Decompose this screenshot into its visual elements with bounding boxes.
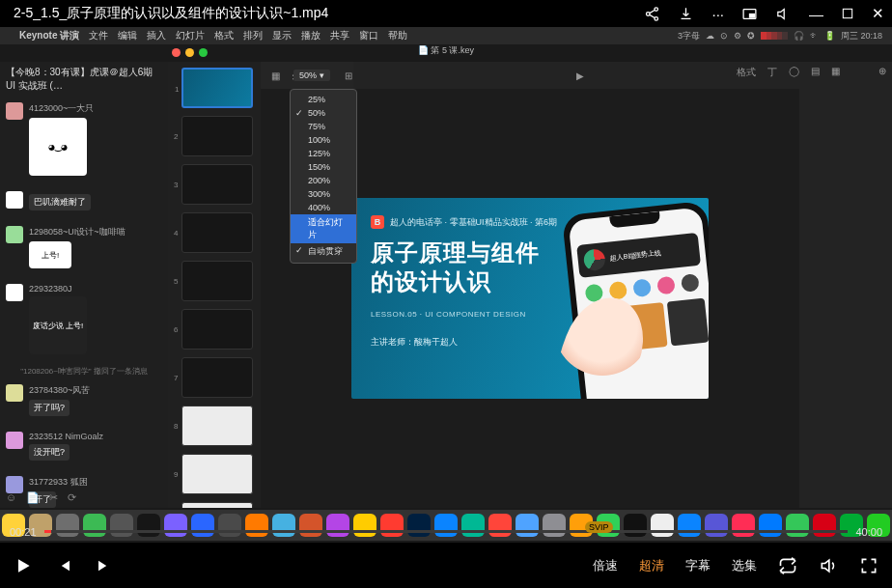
zoom-option[interactable]: 100% [291, 133, 356, 147]
video-frame: Keynote 讲演 文件 编辑 插入 幻灯片 格式 排列 显示 播放 共享 窗… [0, 27, 892, 543]
inspector-tabs-top: 格式 丁 ◯ ▤ ▦ ⊕ [737, 66, 886, 79]
scissors-icon[interactable]: ✂ [49, 491, 58, 504]
avatar [6, 226, 23, 243]
menu-arrange[interactable]: 排列 [243, 29, 263, 42]
menu-edit[interactable]: 编辑 [118, 29, 137, 42]
phone-banner: 超人B端强势上线 [576, 233, 701, 278]
svg-rect-4 [750, 14, 755, 17]
file-icon[interactable]: 📄 [26, 491, 40, 504]
close-icon[interactable]: ✕ [872, 5, 884, 22]
svg-rect-5 [843, 9, 851, 17]
slide-navigator[interactable]: 1 2 3 4 5 6 7 8 9 10 11 12 [168, 62, 261, 508]
chat-item: 巴叽滴难耐了 [0, 185, 168, 220]
slide-thumb[interactable]: 6 [181, 309, 253, 350]
tab-chart[interactable]: ▦ [831, 66, 840, 79]
chat-item: 22932380J 废话少说 上号! [0, 278, 168, 364]
zoom-auto-option[interactable]: 自动贯穿 [291, 243, 356, 260]
app-logo-icon [583, 248, 606, 271]
cpu-bars-icon [761, 32, 788, 40]
zoom-option[interactable]: 125% [291, 147, 356, 160]
menu-format[interactable]: 格式 [214, 29, 234, 42]
minimize-icon[interactable]: — [809, 6, 823, 22]
menu-slide[interactable]: 幻灯片 [176, 29, 205, 42]
keynote-window: 1 2 3 4 5 6 7 8 9 10 11 12 ▦ 50% ▾ ⊞ ▶ 格… [168, 62, 892, 508]
tab-text[interactable]: 丁 [767, 66, 777, 79]
menu-file[interactable]: 文件 [89, 29, 108, 42]
menu-view[interactable]: 显示 [272, 29, 292, 42]
more-icon[interactable]: ··· [711, 6, 724, 22]
volume-button[interactable] [819, 556, 838, 575]
zoom-fit-option[interactable]: 适合幻灯片 [291, 214, 356, 243]
slide-thumb[interactable]: 10 [181, 502, 253, 508]
menu-share[interactable]: 共享 [330, 29, 349, 42]
maximize-icon[interactable] [841, 7, 854, 20]
loop-button[interactable] [778, 556, 797, 575]
tab-shape[interactable]: ◯ [789, 66, 799, 79]
fullscreen-button[interactable] [859, 556, 878, 575]
chat-image[interactable]: 上号! [29, 241, 71, 268]
chat-user: 1298058~UI设计~咖啡喵 [29, 226, 125, 238]
zoom-option[interactable]: 75% [291, 120, 356, 133]
play-icon[interactable]: ▶ [571, 70, 589, 81]
progress-bar-row: 00:21 40:00 SVIP [0, 520, 892, 543]
chat-item: 1298058~UI设计~咖啡喵 上号! [0, 220, 168, 278]
menu-window[interactable]: 窗口 [359, 29, 378, 42]
slide-thumb[interactable]: 9 [181, 454, 253, 494]
slide-thumb[interactable]: 5 [181, 261, 253, 301]
zoom-option[interactable]: 25% [291, 93, 356, 106]
mac-menubar: Keynote 讲演 文件 编辑 插入 幻灯片 格式 排列 显示 播放 共享 窗… [0, 27, 892, 44]
tab-format[interactable]: 格式 [737, 66, 756, 79]
add-slide-icon[interactable]: ⊞ [340, 70, 357, 81]
zoom-option[interactable]: 150% [291, 160, 356, 174]
zoom-option[interactable]: 400% [291, 201, 356, 214]
chat-bubble: 巴叽滴难耐了 [29, 194, 91, 210]
time-current: 00:21 [10, 526, 37, 538]
chat-user: 31772933 狐困 [29, 476, 88, 489]
prev-button[interactable] [54, 556, 73, 575]
menu-insert[interactable]: 插入 [147, 29, 166, 42]
chat-user: 22932380J [29, 284, 87, 294]
svg-point-2 [655, 16, 658, 20]
zoom-dropdown[interactable]: 50% ▾ [293, 70, 330, 81]
document-tab[interactable]: 📄 第 5 课.key [418, 44, 474, 57]
menu-help[interactable]: 帮助 [388, 29, 407, 42]
time-total: 40:00 [855, 526, 882, 538]
slide-course-pill: B 超人的电话亭 · 零基础UI精品实战班 · 第6期 [371, 215, 557, 229]
history-icon[interactable]: ⟳ [68, 491, 76, 504]
share-icon[interactable] [644, 6, 660, 22]
menubar-app[interactable]: Keynote 讲演 [19, 29, 79, 42]
slide-thumb[interactable]: 2 [181, 116, 253, 156]
zoom-menu[interactable]: 25% 50% 75% 100% 125% 150% 200% 300% 400… [290, 89, 357, 264]
seek-track[interactable] [44, 530, 849, 533]
slide-thumb[interactable]: 8 [181, 406, 253, 446]
chat-image[interactable]: 废话少说 上号! [29, 296, 87, 354]
slide-thumb[interactable]: 7 [181, 357, 253, 398]
chat-system-msg: "1208206~呻害同学" 撤回了一条消息 [0, 364, 168, 378]
download-icon[interactable] [678, 6, 694, 22]
view-icon[interactable]: ▦ [266, 70, 284, 81]
tab-collab[interactable]: ⊕ [878, 66, 886, 79]
zoom-option[interactable]: 300% [291, 187, 356, 201]
emoji-icon[interactable]: ☺ [6, 491, 16, 504]
mute-icon[interactable] [775, 6, 792, 22]
tab-table[interactable]: ▤ [811, 66, 820, 79]
next-button[interactable] [95, 556, 114, 575]
speed-button[interactable]: 倍速 [593, 557, 618, 574]
menu-play[interactable]: 播放 [301, 29, 321, 42]
play-button[interactable] [14, 556, 33, 575]
traffic-lights[interactable] [172, 48, 208, 57]
window-controls: ··· — ✕ [644, 5, 884, 22]
chat-item: 23784380~风苦开了吗? [0, 378, 168, 426]
episodes-button[interactable]: 选集 [732, 557, 757, 574]
zoom-option[interactable]: 50% [291, 106, 356, 120]
zoom-option[interactable]: 200% [291, 174, 356, 187]
subtitle-button[interactable]: 字幕 [685, 557, 711, 574]
slide[interactable]: B 超人的电话亭 · 零基础UI精品实战班 · 第6期 原子原理与组件的设计认识… [351, 198, 709, 399]
slide-thumb[interactable]: 1 [181, 68, 253, 108]
chat-image[interactable]: ◕‿◕ [29, 118, 87, 176]
quality-button[interactable]: 超清 [639, 557, 664, 574]
window-title: 2-5_1.5_原子原理的认识以及组件的设计认识~1.mp4 [8, 5, 328, 22]
pip-icon[interactable] [741, 6, 758, 22]
slide-thumb[interactable]: 4 [181, 212, 253, 253]
slide-thumb[interactable]: 3 [181, 164, 253, 205]
